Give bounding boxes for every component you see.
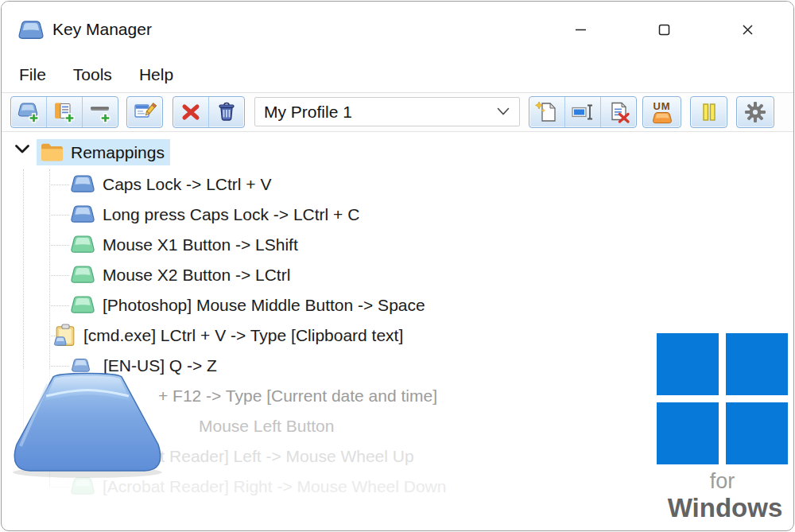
blue-key-icon	[69, 174, 96, 196]
tree-root-label: Remappings	[71, 143, 165, 162]
add-key-button[interactable]	[11, 97, 46, 127]
tree-row[interactable]: Mouse X1 Button -> LShift	[2, 230, 793, 260]
maximize-button[interactable]	[646, 14, 682, 45]
tree-connector-line	[49, 487, 69, 487]
add-separator-icon	[88, 100, 112, 124]
window-title: Key Manager	[52, 20, 152, 39]
green-key-icon	[69, 265, 96, 286]
tree-row[interactable]: Caps Lock -> LCtrl + V	[2, 169, 793, 200]
maximize-icon	[658, 24, 670, 36]
app-keycap-icon	[17, 19, 45, 42]
delete-profile-icon	[607, 100, 630, 124]
add-key-icon	[17, 100, 41, 124]
settings-button[interactable]	[736, 96, 774, 128]
folder-icon	[40, 142, 64, 163]
minimize-button[interactable]	[562, 14, 599, 45]
title-bar[interactable]: Key Manager	[2, 2, 793, 57]
pause-icon	[697, 100, 721, 124]
close-button[interactable]	[729, 14, 766, 45]
add-folder-icon	[52, 100, 76, 124]
windows-logo-square	[657, 402, 719, 464]
profile-group	[529, 96, 637, 128]
delete-x-icon	[179, 100, 203, 124]
tree-row-label: Mouse Left Button	[199, 417, 334, 436]
clipboard-key-icon	[52, 324, 79, 348]
menu-help[interactable]: Help	[139, 65, 173, 84]
windows-logo-square	[657, 333, 719, 395]
blue-key-icon	[69, 204, 96, 226]
close-icon	[742, 24, 754, 36]
app-window: Key Manager File Tools Help	[1, 1, 794, 531]
toolbar: My Profile 1 UM	[2, 92, 793, 132]
tree-row[interactable]: Long press Caps Lock -> LCtrl + C	[2, 200, 793, 230]
menu-tools[interactable]: Tools	[73, 65, 112, 84]
tree-row-label: [Photoshop] Mouse Middle Button -> Space	[103, 296, 425, 315]
menu-bar: File Tools Help	[2, 57, 793, 92]
tree-connector-line	[49, 305, 69, 306]
tree-row-label: Mouse X2 Button -> LCtrl	[103, 266, 290, 285]
delete-profile-button[interactable]	[600, 97, 636, 127]
green-key-icon	[69, 235, 96, 256]
menu-file[interactable]: File	[19, 65, 46, 84]
combo-chevron-icon	[497, 107, 510, 116]
delete-remapping-button[interactable]	[173, 97, 208, 127]
tree-root-remappings[interactable]: Remappings	[2, 138, 793, 169]
windows-logo	[657, 333, 788, 464]
tree-row-label: Long press Caps Lock -> LCtrl + C	[103, 205, 359, 224]
chevron-down-icon[interactable]	[14, 144, 30, 155]
tree-connector-line	[49, 215, 69, 216]
tree-row[interactable]: Mouse X2 Button -> LCtrl	[2, 260, 793, 290]
gear-icon	[743, 100, 767, 124]
windows-logo-square	[726, 402, 788, 464]
delete-all-button[interactable]	[208, 97, 244, 127]
trash-icon	[215, 100, 238, 124]
new-profile-icon	[535, 100, 559, 124]
green-key-icon	[69, 295, 96, 316]
rename-profile-button[interactable]	[564, 97, 600, 127]
big-keycap-image	[5, 371, 170, 480]
tree-connector-line	[49, 184, 69, 185]
add-group	[10, 96, 118, 128]
edit-group	[126, 96, 163, 128]
tree-row-label: [cmd.exe] LCtrl + V -> Type [Clipboard t…	[83, 326, 403, 345]
new-profile-button[interactable]	[529, 97, 564, 127]
user-manual-button[interactable]: UM	[642, 96, 681, 128]
profile-select[interactable]: My Profile 1	[254, 97, 520, 126]
tree-row-label: Caps Lock -> LCtrl + V	[103, 175, 271, 194]
rename-profile-icon	[571, 100, 595, 124]
add-folder-button[interactable]	[46, 97, 82, 127]
add-separator-button[interactable]	[82, 97, 118, 127]
tree-row-label: + F12 -> Type [Current date and time]	[158, 386, 437, 406]
tree-connector-line	[49, 245, 69, 246]
pause-button[interactable]	[690, 96, 727, 128]
tree-connector-line	[49, 275, 69, 276]
profile-select-value: My Profile 1	[264, 103, 352, 122]
for-label: for	[657, 469, 788, 494]
delete-group	[173, 96, 245, 128]
minimize-icon	[575, 24, 587, 36]
edit-remapping-button[interactable]	[127, 97, 162, 127]
tree-row-label: Mouse X1 Button -> LShift	[103, 235, 298, 254]
windows-logo-square	[726, 333, 788, 395]
tree-connector-line	[49, 366, 69, 367]
user-manual-label: UM	[653, 102, 670, 111]
user-manual-key-icon	[650, 111, 674, 124]
edit-icon	[133, 100, 157, 124]
tree-row[interactable]: [Photoshop] Mouse Middle Button -> Space	[2, 290, 793, 320]
windows-label: Windows	[657, 493, 793, 523]
tree-root-selection: Remappings	[37, 139, 170, 165]
